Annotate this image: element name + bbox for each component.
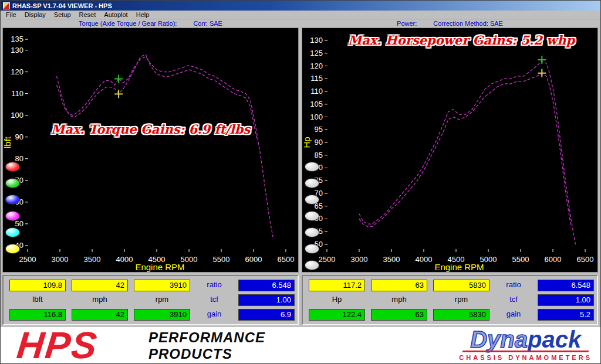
run-select-button[interactable] [305,260,319,270]
tcf-value: 1.00 [238,294,295,306]
svg-text:3500: 3500 [84,255,101,264]
rpm-unit-label: rpm [134,294,190,306]
ratio-value: 6.548 [238,280,295,291]
tcf-label: tcf [196,294,232,306]
torque-current-value: 116.8 [9,309,66,321]
power-unit-label: Hp [309,294,365,306]
svg-text:lbft: lbft [3,136,12,148]
menu-reset[interactable]: Reset [75,11,100,19]
menu-help[interactable]: Help [132,11,154,19]
svg-text:6000: 6000 [245,255,262,264]
rpm-baseline-value: 5830 [433,280,489,291]
power-chart-panel: Power: Correction Method: SAE 5055606570… [302,19,598,273]
torque-plot-area[interactable]: 4050607080901001101201301352500300035004… [2,28,299,273]
run-select-button[interactable] [5,211,20,221]
svg-text:6000: 6000 [545,255,562,264]
run-select-button[interactable] [5,195,20,205]
gain-label: gain [196,309,232,321]
svg-text:85: 85 [315,151,323,159]
tcf-label: tcf [495,294,532,306]
svg-text:2500: 2500 [319,255,336,264]
ratio-value: 6.548 [538,280,594,291]
svg-text:120: 120 [11,67,23,76]
svg-text:110: 110 [11,89,23,98]
torque-chart[interactable]: 4050607080901001101201301352500300035004… [3,28,298,272]
svg-text:5500: 5500 [512,255,529,264]
svg-text:3000: 3000 [52,255,69,264]
run-select-button[interactable] [305,227,319,237]
gain-value: 5.2 [538,309,594,321]
hps-products-text: PRODUCTS [148,346,265,362]
app-icon [3,2,10,9]
torque-chart-title: Torque (Axle Torque / Gear Ratio): [79,20,177,27]
app-window: RHAS-SP V1.7-04 VIEWER - HPS File Displa… [0,0,601,364]
svg-text:90: 90 [15,132,23,141]
svg-text:4000: 4000 [416,255,433,264]
svg-text:120: 120 [310,62,323,70]
dynapack-logo: Dynapack CHASSIS DYNAMOMETERS [459,328,592,361]
menu-bar: File Display Setup Reset Autoplot Help [1,11,600,19]
run-select-button[interactable] [305,211,319,221]
power-readout-panel: 117.2 63 5830 ratio 6.548 Hp mph rpm tcf… [302,275,598,325]
svg-text:3500: 3500 [383,255,400,264]
svg-text:115: 115 [310,74,323,83]
dynapack-tagline: CHASSIS DYNAMOMETERS [459,354,592,361]
run-select-button[interactable] [5,162,20,172]
hps-logo-text: PERFORMANCE PRODUCTS [148,329,265,362]
menu-file[interactable]: File [2,11,21,19]
svg-text:100: 100 [310,113,323,121]
svg-text:Hp: Hp [302,137,312,148]
readout-panels-row: 109.8 42 3910 ratio 6.548 lbft mph rpm t… [1,273,600,327]
svg-text:90: 90 [315,138,323,147]
power-chart-title: Power: [397,20,417,27]
torque-correction-label: Corr: SAE [193,20,222,27]
logo-strip: HPS PERFORMANCE PRODUCTS Dynapack CHASSI… [1,327,600,363]
power-gains-annotation: Max. Horsepower Gains: 5.2 whp [348,33,575,47]
run-select-button[interactable] [305,195,319,205]
torque-readout-panel: 109.8 42 3910 ratio 6.548 lbft mph rpm t… [2,275,299,325]
run-select-button[interactable] [305,178,319,188]
window-title: RHAS-SP V1.7-04 VIEWER - HPS [12,2,112,9]
menu-display[interactable]: Display [21,11,50,19]
svg-text:2500: 2500 [19,255,36,264]
power-baseline-value: 117.2 [309,280,365,291]
menu-autoplot[interactable]: Autoplot [100,11,131,19]
svg-text:6500: 6500 [278,255,295,264]
svg-text:105: 105 [310,100,323,108]
dynapack-pack-text: pack [528,327,581,352]
gain-label: gain [495,309,532,321]
svg-text:125: 125 [310,49,323,57]
power-current-value: 122.4 [309,309,365,321]
svg-text:5500: 5500 [213,255,230,264]
power-chart[interactable]: 5055606570758085909510010511011512012513… [302,28,597,272]
dynapack-dyna-text: Dyna [470,327,528,352]
charts-row: Torque (Axle Torque / Gear Ratio): Corr:… [1,19,600,273]
run-select-button[interactable] [305,244,319,254]
rpm-baseline-value: 3910 [134,280,190,291]
menu-setup[interactable]: Setup [50,11,75,19]
torque-gains-annotation: Max. Torque Gains: 6.9 ft/lbs [51,122,250,137]
speed-baseline-value: 63 [371,280,427,291]
speed-current-value: 42 [72,309,128,321]
run-select-button[interactable] [5,178,20,188]
speed-baseline-value: 42 [72,280,128,291]
run-select-button[interactable] [305,162,319,172]
svg-text:95: 95 [315,125,323,134]
svg-text:4000: 4000 [116,255,133,264]
svg-text:100: 100 [11,111,23,120]
svg-text:135: 135 [11,35,23,43]
power-plot-area[interactable]: 5055606570758085909510010511011512012513… [302,28,598,273]
speed-current-value: 63 [371,309,427,321]
tcf-value: 1.00 [538,294,594,306]
hps-performance-text: PERFORMANCE [148,329,265,346]
run-select-button[interactable] [5,227,20,237]
svg-text:3000: 3000 [351,255,368,264]
power-run-buttons [305,162,319,270]
ratio-label: ratio [196,280,232,291]
rpm-unit-label: rpm [433,294,489,306]
dynapack-wordmark: Dynapack [459,328,592,351]
svg-text:Engine RPM: Engine RPM [434,262,484,272]
title-bar[interactable]: RHAS-SP V1.7-04 VIEWER - HPS [1,1,600,11]
run-select-button[interactable] [5,244,20,254]
speed-unit-label: mph [72,294,128,306]
